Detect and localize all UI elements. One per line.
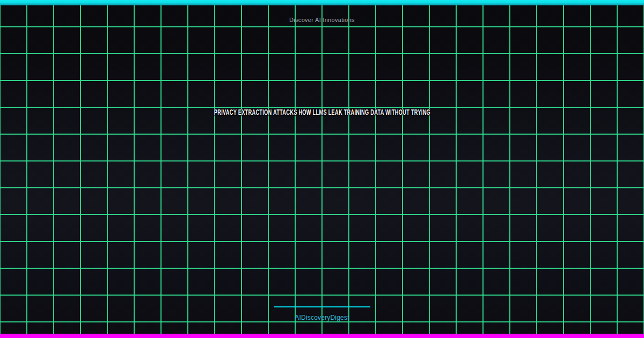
social-card: Discover AI Innovations PRIVACY EXTRACTI… xyxy=(0,0,644,338)
page-title: PRIVACY EXTRACTION ATTACKS HOW LLMS LEAK… xyxy=(214,108,430,116)
brand-name: AIDiscoveryDigest xyxy=(0,314,644,321)
top-accent-bar xyxy=(0,0,644,5)
bottom-accent-bar xyxy=(0,334,644,338)
title-container: PRIVACY EXTRACTION ATTACKS HOW LLMS LEAK… xyxy=(0,108,644,116)
tagline-text: Discover AI Innovations xyxy=(0,17,644,23)
divider-line xyxy=(274,306,370,307)
grid-background xyxy=(0,0,644,338)
